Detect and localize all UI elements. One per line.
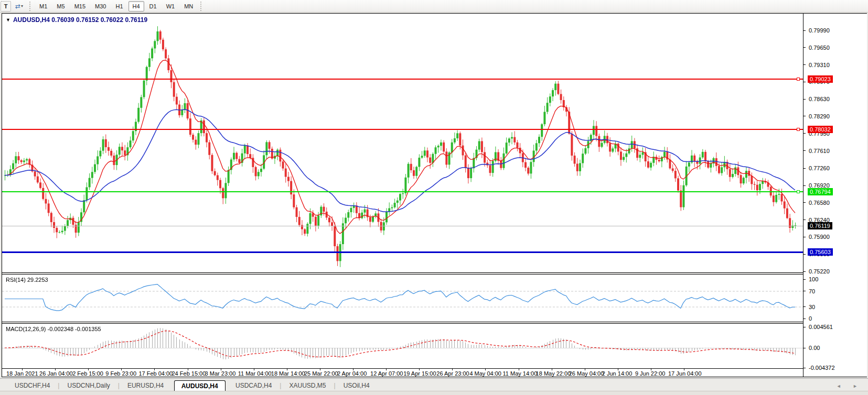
- rsi-tick-label: 0: [803, 315, 812, 322]
- rsi-tick-label: 100: [803, 276, 818, 282]
- time-axis-label: 18 Jan 2021: [6, 370, 38, 377]
- tick-dash-icon: [803, 185, 806, 186]
- price-chart-panel[interactable]: ▼ AUDUSD,H4 0.76039 0.76152 0.76022 0.76…: [2, 14, 803, 272]
- tick-dash-icon: [803, 327, 806, 327]
- tick-dash-icon: [803, 64, 806, 65]
- timeframe-button-m1[interactable]: M1: [35, 1, 51, 12]
- time-tick-icon: [88, 369, 89, 370]
- rsi-tick-label: 70: [803, 288, 815, 294]
- time-tick-icon: [121, 369, 122, 370]
- price-marker-label: 0.78032: [808, 126, 833, 133]
- time-axis-label: 11 Mar 04:00: [238, 370, 272, 377]
- timeframe-button-w1[interactable]: W1: [162, 1, 179, 12]
- time-tick-icon: [254, 369, 254, 370]
- time-axis-label: 24 Feb 15:00: [172, 370, 206, 377]
- chart-title-text: AUDUSD,H4 0.76039 0.76152 0.76022 0.7611…: [13, 16, 147, 24]
- price-level-line[interactable]: [2, 79, 803, 80]
- tick-dash-icon: [803, 348, 806, 348]
- chart-tab-eurusd[interactable]: EURUSD,H4: [120, 380, 171, 391]
- rsi-panel[interactable]: RSI(14) 29.2253: [2, 275, 803, 322]
- price-marker-label: 0.79023: [808, 75, 833, 83]
- tick-dash-icon: [803, 254, 806, 255]
- toolbar-separator: [29, 2, 32, 11]
- time-axis-label: 18 Mar 14:00: [271, 370, 305, 377]
- macd-tick-label: 0.004561: [803, 324, 833, 330]
- level-marker-icon: [797, 78, 800, 81]
- toolbar-separator: [200, 2, 203, 11]
- time-tick-icon: [585, 369, 585, 370]
- time-axis-label: 18 May 22:00: [536, 370, 571, 377]
- time-tick-icon: [154, 369, 155, 370]
- chart-window: ▼ AUDUSD,H4 0.76039 0.76152 0.76022 0.76…: [2, 13, 867, 377]
- time-tick-icon: [188, 369, 188, 370]
- price-level-line[interactable]: [2, 251, 803, 253]
- macd-label: MACD(12,26,9) -0.002348 -0.001355: [6, 326, 101, 332]
- tick-dash-icon: [803, 82, 806, 82]
- tick-dash-icon: [803, 168, 806, 169]
- time-axis-label: 2 Feb 15:00: [72, 370, 103, 377]
- tick-dash-icon: [803, 30, 806, 31]
- collapse-arrow-icon[interactable]: ▼: [6, 17, 10, 23]
- timeframe-button-m30[interactable]: M30: [91, 1, 110, 12]
- timeframe-button-h4[interactable]: H4: [128, 1, 144, 12]
- tab-scroll-arrows[interactable]: ◄ ►: [837, 383, 863, 391]
- chart-tab-usdchf[interactable]: USDCHF,H4: [7, 380, 57, 391]
- time-tick-icon: [419, 369, 420, 370]
- text-cursor-tool-button[interactable]: T: [1, 1, 11, 12]
- tick-dash-icon: [803, 133, 806, 134]
- time-tick-icon: [651, 369, 651, 370]
- time-axis-label: 25 Mar 22:00: [304, 370, 338, 377]
- timeframe-button-mn[interactable]: MN: [180, 1, 197, 12]
- macd-panel[interactable]: MACD(12,26,9) -0.002348 -0.001355: [2, 324, 803, 369]
- time-axis[interactable]: 18 Jan 202126 Jan 04:002 Feb 15:009 Feb …: [2, 369, 803, 377]
- rsi-chart-canvas[interactable]: [2, 275, 803, 322]
- time-axis-label: 17 Jun 04:00: [668, 370, 702, 377]
- time-tick-icon: [684, 369, 684, 370]
- macd-chart-canvas[interactable]: [2, 324, 803, 369]
- rsi-label: RSI(14) 29.2253: [6, 277, 48, 283]
- timeframe-button-m5[interactable]: M5: [52, 1, 69, 12]
- top-toolbar: T ⇄ ▾ M1M5M15M30H1H4D1W1MN: [0, 0, 868, 13]
- chart-tab-xauusd[interactable]: XAUUSD,M5: [282, 380, 333, 391]
- time-tick-icon: [221, 369, 221, 370]
- time-axis-label: 4 May 04:00: [469, 370, 501, 377]
- timeframe-button-d1[interactable]: D1: [145, 1, 161, 12]
- price-tick-label: 0.77610: [803, 148, 830, 154]
- time-axis-label: 2 Apr 04:00: [337, 370, 367, 377]
- price-level-line[interactable]: [2, 129, 803, 130]
- time-tick-icon: [55, 369, 56, 370]
- chart-tab-audusd[interactable]: AUDUSD,H4: [174, 380, 226, 391]
- chart-tab-usoil[interactable]: USOil,H4: [336, 380, 377, 391]
- tick-dash-icon: [803, 150, 806, 151]
- time-axis-label: 2 Jun 14:00: [602, 370, 633, 377]
- time-tick-icon: [287, 369, 287, 370]
- tick-dash-icon: [803, 279, 806, 280]
- rsi-tick-label: 30: [803, 304, 815, 310]
- level-marker-icon: [797, 190, 800, 193]
- time-axis-label: 26 May 04:00: [569, 370, 604, 377]
- chart-tab-bar: USDCHF,H4|USDCNH,Daily|EURUSD,H4 AUDUSD,…: [0, 378, 868, 391]
- time-tick-icon: [485, 369, 486, 370]
- price-axis[interactable]: 0.799900.796500.793100.789700.786300.782…: [803, 14, 867, 377]
- tick-dash-icon: [803, 306, 806, 307]
- tick-dash-icon: [803, 237, 806, 237]
- time-tick-icon: [552, 369, 552, 370]
- status-strip: [0, 391, 868, 395]
- chevron-down-icon: ▾: [21, 4, 23, 8]
- time-tick-icon: [618, 369, 618, 370]
- price-level-line[interactable]: [2, 191, 803, 192]
- price-tick-label: 0.78290: [803, 113, 830, 119]
- timeframe-button-h1[interactable]: H1: [111, 1, 127, 12]
- chart-tab-usdcad[interactable]: USDCAD,H4: [228, 380, 279, 391]
- tick-dash-icon: [803, 99, 806, 100]
- tick-dash-icon: [803, 47, 806, 48]
- timeframe-button-m15[interactable]: M15: [70, 1, 90, 12]
- candlestick-chart-canvas[interactable]: [2, 14, 803, 272]
- time-tick-icon: [452, 369, 453, 370]
- time-tick-icon: [320, 369, 320, 370]
- arrange-charts-button[interactable]: ⇄ ▾: [12, 1, 26, 12]
- time-axis-label: 9 Jun 22:00: [635, 370, 666, 377]
- price-level-line[interactable]: [2, 226, 803, 226]
- tick-dash-icon: [803, 271, 806, 272]
- chart-tab-usdcnh[interactable]: USDCNH,Daily: [60, 380, 117, 391]
